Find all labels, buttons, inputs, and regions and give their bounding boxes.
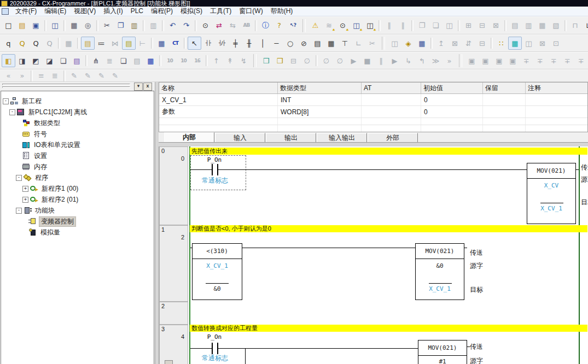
data-trace-icon[interactable]: ▧	[549, 19, 563, 32]
tree-item-label[interactable]: 符号	[32, 130, 49, 139]
monitor-update-icon[interactable]: ⊡	[549, 37, 563, 50]
tree-item-label[interactable]: IO表和单元设置	[32, 140, 82, 150]
cut-icon[interactable]: ✂	[100, 19, 114, 32]
online-edit-release-icon[interactable]: ⊟	[475, 37, 489, 50]
new-closed-contact-icon[interactable]: ┤∕├	[215, 37, 229, 50]
tree-item-program-item[interactable]: +新程序2 (01)	[1, 194, 154, 205]
partial-download-icon[interactable]: ⊞	[462, 19, 475, 32]
rung-margin[interactable]: 3 4	[159, 325, 188, 364]
diff-monitor-3-icon[interactable]: ∓	[547, 54, 561, 67]
tree-item-datatype[interactable]: 数据类型	[1, 118, 154, 128]
show-address-reference-icon[interactable]: ❏	[56, 54, 70, 67]
tab-inout[interactable]: 输入输出	[317, 133, 367, 142]
pause-icon[interactable]: ∥	[396, 19, 410, 32]
monitor-hex-display-icon[interactable]: 16	[190, 54, 204, 67]
online-edit-cancel-icon[interactable]: ⊠	[448, 37, 462, 50]
compile-program-icon[interactable]: ◈	[401, 37, 415, 50]
tab-internal[interactable]: 内部	[164, 132, 214, 142]
monitor-icon[interactable]: ⊙▲	[336, 19, 350, 32]
instruction-operand[interactable]: X_CV_1	[416, 285, 464, 292]
column-header[interactable]: AT	[362, 83, 421, 93]
symbol-view-icon[interactable]: CT	[168, 37, 182, 50]
pause-monitor-icon[interactable]: ∥	[382, 19, 396, 32]
zoom-small-icon[interactable]: q	[2, 37, 15, 50]
new-contact-icon[interactable]: ┤├	[201, 37, 215, 50]
delete-line-icon[interactable]: ✂	[365, 37, 379, 50]
table-cell[interactable]	[421, 125, 483, 132]
tree-item-label[interactable]: 新工程	[20, 97, 43, 106]
bookmark-set-icon[interactable]: ✎	[67, 71, 81, 81]
show-watch-window-icon[interactable]: ◩	[29, 54, 43, 67]
monitor-data-trace-icon[interactable]: ▤	[130, 54, 144, 67]
menu-view[interactable]: 视图(V)	[70, 7, 100, 16]
monitor-hex-icon[interactable]: ◫	[522, 37, 535, 50]
table-cell[interactable]	[362, 106, 421, 118]
show-project-workspace-icon[interactable]: ◧	[2, 54, 15, 67]
diff-monitor-1-icon[interactable]: ∓	[520, 54, 533, 67]
zoom-normal-icon[interactable]: Q	[29, 37, 43, 50]
new-instruction-icon[interactable]: ▤	[311, 37, 324, 50]
replace-icon[interactable]: AB	[240, 19, 253, 32]
mnemonic-view-icon[interactable]: ▦	[155, 37, 168, 50]
menu-window[interactable]: 窗口(W)	[235, 7, 266, 16]
table-cell[interactable]	[362, 94, 421, 105]
tree-item-memory[interactable]: 内存	[1, 161, 154, 172]
transfer-to-plc-icon[interactable]: ◫▲	[350, 19, 363, 32]
tree-item-label[interactable]: 功能块	[33, 206, 56, 215]
copy-icon[interactable]: ❐	[114, 19, 127, 32]
cross-reference-report-icon[interactable]: ⋔	[89, 54, 103, 67]
instruction-operand[interactable]: X_CV_1	[193, 262, 242, 269]
show-statement-list-icon[interactable]: ≔	[95, 37, 108, 50]
context-help-icon[interactable]: ↖?	[286, 19, 300, 32]
new-coil-icon[interactable]: ○	[283, 37, 297, 50]
fb-transfer-icon[interactable]: ❒	[273, 54, 287, 67]
table-cell[interactable]	[278, 125, 362, 132]
column-header[interactable]: 名称	[159, 83, 278, 93]
help-icon[interactable]: ?	[272, 19, 286, 32]
mov-instruction-box[interactable]: MOV(021) X_CV X_CV_1	[527, 163, 576, 224]
contact-symbol[interactable]	[212, 164, 213, 175]
instruction-operand[interactable]: X_CV	[527, 182, 575, 189]
tree-item-fb-protected[interactable]: 模拟量	[1, 227, 154, 238]
tree-item-project[interactable]: -新工程	[1, 96, 154, 107]
new-fb-instruction-icon[interactable]: ▦	[324, 37, 338, 50]
menu-file[interactable]: 文件(F)	[11, 7, 40, 16]
tab-input[interactable]: 输入	[215, 133, 265, 142]
tree-item-label[interactable]: 新程序1 (00)	[40, 184, 80, 193]
table-cell[interactable]	[159, 118, 278, 125]
rung-annotation-icon[interactable]: ❏	[117, 54, 130, 67]
rung-margin[interactable]: 0 0	[159, 146, 188, 225]
download-icon[interactable]: ❐	[415, 19, 429, 32]
io-memory-icon[interactable]: ▥	[522, 19, 535, 32]
menu-simulation[interactable]: 模拟(S)	[177, 7, 206, 16]
instruction-operand[interactable]: &0	[416, 262, 464, 269]
show-symbols-icon[interactable]: ⋈	[108, 37, 122, 50]
auto-online-icon[interactable]: ≋▲	[322, 19, 336, 32]
align-list-icon[interactable]: ≡	[34, 71, 48, 81]
show-cross-reference-icon[interactable]: ◪	[43, 54, 56, 67]
force-cancel-icon[interactable]: ↯	[237, 54, 251, 67]
monitor-in-rung-icon[interactable]: ▤	[122, 37, 136, 50]
horizontal-splitter[interactable]	[159, 143, 588, 146]
instruction-operand[interactable]: X_CV_1	[527, 205, 575, 212]
symbol-bar-icon[interactable]: ⊢	[136, 37, 149, 50]
table-row[interactable]	[159, 118, 587, 125]
tree-expand-toggle[interactable]: +	[22, 186, 28, 192]
new-closed-coil-icon[interactable]: ⊘	[297, 37, 311, 50]
compile-all-icon[interactable]: ▦	[415, 37, 429, 50]
contact-symbol[interactable]	[212, 343, 213, 354]
new-or-contact-icon[interactable]: ╪	[229, 37, 242, 50]
mov-instruction-box[interactable]: MOV(021) #1	[418, 340, 467, 364]
contact-label[interactable]: P_On	[196, 333, 233, 340]
table-cell[interactable]: X_CV_1	[159, 94, 278, 105]
table-cell[interactable]	[362, 125, 421, 132]
table-cell[interactable]	[526, 118, 588, 125]
indent-rung-icon[interactable]: »	[15, 71, 29, 81]
show-comments-icon[interactable]: ▤	[81, 37, 95, 50]
new-horizontal-line-icon[interactable]: ─	[270, 37, 283, 50]
io-comment-view-icon[interactable]: ≣	[103, 54, 117, 67]
pause-simulation-b-icon[interactable]: ∅	[333, 54, 347, 67]
tree-expand-toggle[interactable]: -	[16, 208, 22, 214]
table-cell[interactable]	[526, 94, 588, 105]
watch-dialog-icon[interactable]: ∷	[494, 37, 508, 50]
